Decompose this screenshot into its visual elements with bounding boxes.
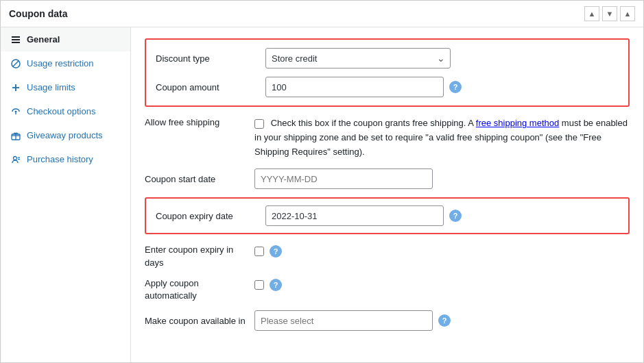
make-available-input[interactable] [254,310,433,331]
expiry-in-days-checkbox[interactable] [254,247,264,256]
giveaway-products-icon [10,131,21,140]
expiry-in-days-help-icon[interactable]: ? [270,245,282,258]
coupon-expiry-date-control: ? [265,205,619,226]
scroll-down-button[interactable]: ▼ [602,6,617,21]
apply-coupon-row: Apply coupon automatically ? [145,277,630,302]
expiry-in-days-row: Enter coupon expiry in days ? [145,244,630,268]
coupon-amount-label: Coupon amount [156,82,265,92]
apply-coupon-label-line2: automatically [145,290,254,302]
sidebar-item-usage-restriction[interactable]: Usage restriction [1,51,130,75]
make-available-label: Make coupon available in [145,316,254,326]
discount-type-label: Discount type [156,53,265,64]
sidebar-item-purchase-history[interactable]: Purchase history [1,147,130,171]
svg-rect-1 [12,39,20,40]
svg-rect-2 [12,42,20,43]
svg-point-7 [15,110,17,112]
sidebar-item-general[interactable]: General [1,27,130,51]
svg-rect-0 [12,36,20,38]
window-title: Coupon data [9,8,68,19]
expiry-in-days-label-col: Enter coupon expiry in days [145,244,254,268]
sidebar-label-usage-limits: Usage limits [27,82,75,92]
main-content: Discount type Store credit Percentage di… [131,27,643,362]
sidebar-item-checkout-options[interactable]: Checkout options [1,99,130,123]
expiry-date-highlight-box: Coupon expiry date ? [145,197,630,234]
allow-free-shipping-checkbox[interactable] [254,119,264,129]
apply-coupon-checkbox[interactable] [254,280,264,290]
svg-point-10 [14,156,17,160]
discount-type-row: Discount type Store credit Percentage di… [156,48,619,68]
discount-type-select[interactable]: Store credit Percentage discount Fixed c… [265,48,451,68]
sidebar-label-purchase-history: Purchase history [27,154,93,164]
apply-coupon-help-icon[interactable]: ? [270,279,282,291]
coupon-start-date-row: Coupon start date [145,168,630,189]
sidebar-label-general: General [27,34,60,45]
titlebar: Coupon data ▲ ▼ ▲ [1,1,643,27]
sidebar-label-checkout-options: Checkout options [27,106,95,116]
allow-free-shipping-label: Allow free shipping [145,116,254,127]
expand-button[interactable]: ▲ [620,6,635,21]
apply-coupon-control: ? [254,277,282,291]
usage-restriction-icon [10,59,21,68]
expiry-in-days-label-line1: Enter coupon expiry in [145,244,254,256]
coupon-amount-control: ? [265,77,619,97]
coupon-amount-row: Coupon amount ? [156,77,619,97]
coupon-expiry-help-icon[interactable]: ? [449,210,462,222]
coupon-start-date-control [254,168,630,189]
coupon-expiry-date-row: Coupon expiry date ? [156,205,619,226]
sidebar-label-usage-restriction: Usage restriction [27,58,94,68]
sidebar: General Usage restriction [1,27,131,362]
window-body: General Usage restriction [1,27,643,362]
allow-free-shipping-content: Check this box if the coupon grants free… [254,116,630,159]
sidebar-item-usage-limits[interactable]: Usage limits [1,75,130,99]
discount-type-control: Store credit Percentage discount Fixed c… [265,48,619,68]
scroll-up-button[interactable]: ▲ [584,6,599,21]
sidebar-label-giveaway-products: Giveaway products [27,130,103,140]
allow-free-shipping-row: Allow free shipping Check this box if th… [145,116,630,159]
coupon-expiry-date-label: Coupon expiry date [156,211,265,221]
apply-coupon-label-col: Apply coupon automatically [145,277,254,302]
discount-highlight-box: Discount type Store credit Percentage di… [145,38,630,107]
discount-type-select-wrapper: Store credit Percentage discount Fixed c… [265,48,451,68]
sidebar-item-giveaway-products[interactable]: Giveaway products [1,123,130,147]
titlebar-controls: ▲ ▼ ▲ [584,6,635,21]
free-shipping-link[interactable]: free shipping method [476,118,559,128]
expiry-in-days-label-line2: days [145,257,254,269]
apply-coupon-label-line1: Apply coupon [145,277,254,290]
coupon-amount-help-icon[interactable]: ? [449,81,462,93]
coupon-start-date-input[interactable] [254,168,433,189]
expiry-in-days-control: ? [254,244,282,258]
usage-limits-icon [10,83,21,92]
coupon-start-date-label: Coupon start date [145,174,254,184]
general-icon [10,35,21,45]
make-available-control: ? [254,310,630,331]
coupon-amount-input[interactable] [265,77,444,97]
purchase-history-icon [10,155,21,164]
make-available-help-icon[interactable]: ? [438,314,451,327]
svg-line-4 [13,61,19,66]
checkout-options-icon [10,107,21,116]
coupon-expiry-date-input[interactable] [265,205,444,226]
free-shipping-text-before: Check this box if the coupon grants free… [271,118,476,128]
make-available-row: Make coupon available in ? [145,310,630,331]
coupon-data-window: Coupon data ▲ ▼ ▲ General [0,0,644,363]
